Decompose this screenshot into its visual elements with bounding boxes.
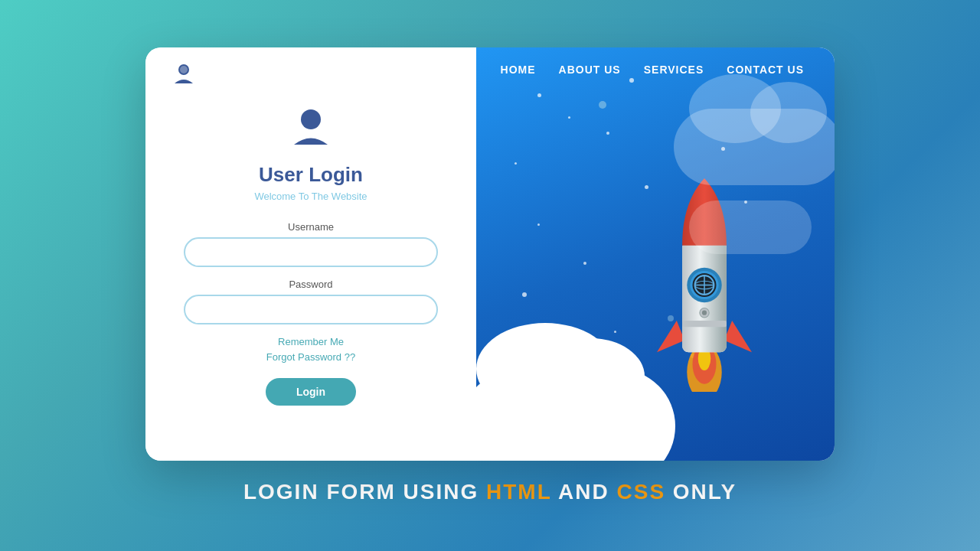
left-panel: User Login Welcome To The Website Userna… — [145, 47, 476, 461]
navbar: HOME ABOUT US SERVICES CONTACT US — [145, 47, 835, 92]
form-area: User Login Welcome To The Website Userna… — [184, 103, 438, 406]
main-card: HOME ABOUT US SERVICES CONTACT US User L… — [145, 47, 835, 461]
bottom-banner: LOGIN FORM USING HTML AND CSS ONLY — [243, 480, 737, 504]
svg-marker-8 — [724, 321, 752, 352]
bottom-text-html: HTML — [486, 480, 551, 504]
cloud-top-right — [674, 109, 835, 185]
remember-me-text[interactable]: Remember Me — [278, 336, 344, 347]
nav-home[interactable]: HOME — [501, 64, 536, 76]
svg-marker-7 — [657, 321, 684, 352]
bottom-text: LOGIN FORM USING HTML AND CSS ONLY — [243, 480, 737, 504]
username-label: Username — [184, 221, 438, 233]
password-input[interactable] — [184, 295, 438, 324]
forgot-password-text[interactable]: Forgot Password ?? — [266, 351, 355, 363]
login-title: User Login — [259, 163, 363, 187]
nav-about[interactable]: ABOUT US — [559, 64, 621, 76]
rocket-illustration — [620, 155, 819, 415]
svg-rect-20 — [682, 321, 727, 327]
right-panel — [476, 47, 835, 461]
bottom-text-plain3: ONLY — [665, 480, 737, 504]
username-input[interactable] — [184, 237, 438, 267]
login-button[interactable]: Login — [266, 378, 356, 406]
bottom-text-plain1: LOGIN FORM USING — [243, 480, 486, 504]
cloud-bottom-left — [476, 369, 675, 461]
nav-contact[interactable]: CONTACT US — [727, 64, 804, 76]
svg-point-19 — [702, 310, 707, 315]
bottom-text-css: CSS — [616, 480, 665, 504]
user-avatar-icon — [288, 103, 334, 152]
nav-links: HOME ABOUT US SERVICES CONTACT US — [501, 63, 804, 77]
svg-point-3 — [301, 109, 321, 129]
cloud-mid — [689, 201, 812, 254]
login-subtitle: Welcome To The Website — [254, 191, 367, 202]
password-label: Password — [184, 279, 438, 290]
bottom-text-plain2: AND — [551, 480, 616, 504]
svg-point-2 — [180, 66, 188, 73]
nav-logo — [168, 59, 199, 93]
nav-services[interactable]: SERVICES — [644, 64, 704, 76]
